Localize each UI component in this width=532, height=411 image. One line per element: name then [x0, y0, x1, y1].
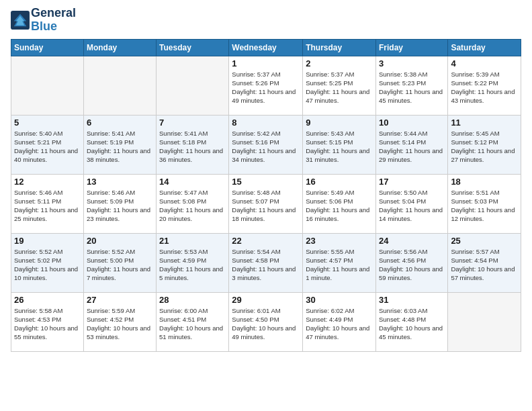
day-header-saturday: Saturday — [448, 39, 521, 56]
calendar-day-cell: 11Sunrise: 5:45 AM Sunset: 5:12 PM Dayli… — [448, 115, 521, 174]
day-info: Sunrise: 5:52 AM Sunset: 5:00 PM Dayligh… — [87, 247, 153, 283]
day-info: Sunrise: 6:02 AM Sunset: 4:49 PM Dayligh… — [306, 306, 373, 342]
day-number: 30 — [306, 295, 373, 305]
day-number: 12 — [14, 177, 81, 187]
day-header-monday: Monday — [83, 39, 156, 56]
calendar-day-cell: 31Sunrise: 6:03 AM Sunset: 4:48 PM Dayli… — [375, 292, 447, 351]
day-header-wednesday: Wednesday — [229, 39, 303, 56]
day-info: Sunrise: 5:53 AM Sunset: 4:59 PM Dayligh… — [159, 247, 226, 283]
day-info: Sunrise: 5:52 AM Sunset: 5:02 PM Dayligh… — [14, 247, 81, 283]
calendar-day-cell: 28Sunrise: 6:00 AM Sunset: 4:51 PM Dayli… — [157, 292, 229, 351]
day-number: 19 — [14, 236, 81, 246]
day-number: 1 — [232, 58, 300, 68]
day-number: 16 — [306, 177, 373, 187]
day-number: 14 — [159, 177, 226, 187]
day-info: Sunrise: 5:46 AM Sunset: 5:11 PM Dayligh… — [14, 188, 81, 224]
day-number: 28 — [159, 295, 226, 305]
calendar-day-cell: 27Sunrise: 5:59 AM Sunset: 4:52 PM Dayli… — [83, 292, 156, 351]
calendar-day-cell: 26Sunrise: 5:58 AM Sunset: 4:53 PM Dayli… — [11, 292, 84, 351]
calendar-day-cell: 23Sunrise: 5:55 AM Sunset: 4:57 PM Dayli… — [303, 233, 376, 292]
day-number: 15 — [232, 177, 300, 187]
calendar-day-cell — [83, 56, 156, 115]
day-info: Sunrise: 5:56 AM Sunset: 4:56 PM Dayligh… — [379, 247, 445, 283]
calendar-day-cell: 1Sunrise: 5:37 AM Sunset: 5:26 PM Daylig… — [229, 56, 303, 115]
day-header-friday: Friday — [375, 39, 447, 56]
day-number: 23 — [306, 236, 373, 246]
calendar-day-cell: 30Sunrise: 6:02 AM Sunset: 4:49 PM Dayli… — [303, 292, 376, 351]
day-number: 22 — [232, 236, 300, 246]
calendar-day-cell: 17Sunrise: 5:50 AM Sunset: 5:04 PM Dayli… — [375, 174, 447, 233]
day-info: Sunrise: 5:51 AM Sunset: 5:03 PM Dayligh… — [451, 188, 518, 224]
calendar-day-cell — [448, 292, 521, 351]
calendar-day-cell: 29Sunrise: 6:01 AM Sunset: 4:50 PM Dayli… — [229, 292, 303, 351]
calendar-day-cell: 21Sunrise: 5:53 AM Sunset: 4:59 PM Dayli… — [157, 233, 229, 292]
day-info: Sunrise: 6:03 AM Sunset: 4:48 PM Dayligh… — [379, 306, 445, 342]
calendar-day-cell: 20Sunrise: 5:52 AM Sunset: 5:00 PM Dayli… — [83, 233, 156, 292]
day-header-thursday: Thursday — [303, 39, 376, 56]
calendar-day-cell: 16Sunrise: 5:49 AM Sunset: 5:06 PM Dayli… — [303, 174, 376, 233]
day-info: Sunrise: 5:54 AM Sunset: 4:58 PM Dayligh… — [232, 247, 300, 283]
calendar-week-row: 5Sunrise: 5:40 AM Sunset: 5:21 PM Daylig… — [11, 115, 521, 174]
calendar-day-cell: 14Sunrise: 5:47 AM Sunset: 5:08 PM Dayli… — [157, 174, 229, 233]
day-info: Sunrise: 5:42 AM Sunset: 5:16 PM Dayligh… — [232, 129, 300, 165]
day-info: Sunrise: 5:43 AM Sunset: 5:15 PM Dayligh… — [306, 129, 373, 165]
calendar-day-cell: 13Sunrise: 5:46 AM Sunset: 5:09 PM Dayli… — [83, 174, 156, 233]
logo-icon — [11, 11, 30, 30]
day-info: Sunrise: 5:37 AM Sunset: 5:26 PM Dayligh… — [232, 70, 300, 105]
calendar-day-cell: 15Sunrise: 5:48 AM Sunset: 5:07 PM Dayli… — [229, 174, 303, 233]
day-number: 7 — [159, 118, 226, 128]
day-info: Sunrise: 5:48 AM Sunset: 5:07 PM Dayligh… — [232, 188, 300, 224]
calendar-day-cell: 24Sunrise: 5:56 AM Sunset: 4:56 PM Dayli… — [375, 233, 447, 292]
day-number: 6 — [87, 118, 153, 128]
day-number: 17 — [379, 177, 445, 187]
day-info: Sunrise: 5:49 AM Sunset: 5:06 PM Dayligh… — [306, 188, 373, 224]
day-number: 25 — [451, 236, 518, 246]
day-header-tuesday: Tuesday — [157, 39, 229, 56]
day-number: 11 — [451, 118, 518, 128]
day-number: 27 — [87, 295, 153, 305]
day-info: Sunrise: 5:47 AM Sunset: 5:08 PM Dayligh… — [159, 188, 226, 224]
day-info: Sunrise: 5:38 AM Sunset: 5:23 PM Dayligh… — [379, 70, 445, 105]
day-number: 10 — [379, 118, 445, 128]
calendar-header-row: SundayMondayTuesdayWednesdayThursdayFrid… — [11, 39, 521, 56]
day-number: 20 — [87, 236, 153, 246]
calendar-day-cell: 22Sunrise: 5:54 AM Sunset: 4:58 PM Dayli… — [229, 233, 303, 292]
day-info: Sunrise: 5:55 AM Sunset: 4:57 PM Dayligh… — [306, 247, 373, 283]
day-number: 13 — [87, 177, 153, 187]
calendar-day-cell — [11, 56, 84, 115]
calendar-day-cell: 7Sunrise: 5:41 AM Sunset: 5:18 PM Daylig… — [157, 115, 229, 174]
calendar-week-row: 12Sunrise: 5:46 AM Sunset: 5:11 PM Dayli… — [11, 174, 521, 233]
day-number: 2 — [306, 58, 373, 68]
day-number: 8 — [232, 118, 300, 128]
calendar-week-row: 26Sunrise: 5:58 AM Sunset: 4:53 PM Dayli… — [11, 292, 521, 351]
day-number: 21 — [159, 236, 226, 246]
day-info: Sunrise: 5:44 AM Sunset: 5:14 PM Dayligh… — [379, 129, 445, 165]
day-info: Sunrise: 6:00 AM Sunset: 4:51 PM Dayligh… — [159, 306, 226, 342]
calendar-day-cell: 10Sunrise: 5:44 AM Sunset: 5:14 PM Dayli… — [375, 115, 447, 174]
calendar-day-cell — [157, 56, 229, 115]
calendar-day-cell: 5Sunrise: 5:40 AM Sunset: 5:21 PM Daylig… — [11, 115, 84, 174]
calendar-day-cell: 12Sunrise: 5:46 AM Sunset: 5:11 PM Dayli… — [11, 174, 84, 233]
day-info: Sunrise: 5:50 AM Sunset: 5:04 PM Dayligh… — [379, 188, 445, 224]
day-header-sunday: Sunday — [11, 39, 84, 56]
logo-text: General Blue — [31, 7, 76, 34]
day-info: Sunrise: 5:57 AM Sunset: 4:54 PM Dayligh… — [451, 247, 518, 283]
day-number: 5 — [14, 118, 81, 128]
calendar-day-cell: 3Sunrise: 5:38 AM Sunset: 5:23 PM Daylig… — [375, 56, 447, 115]
calendar-day-cell: 8Sunrise: 5:42 AM Sunset: 5:16 PM Daylig… — [229, 115, 303, 174]
day-number: 24 — [379, 236, 445, 246]
calendar-day-cell: 6Sunrise: 5:41 AM Sunset: 5:19 PM Daylig… — [83, 115, 156, 174]
calendar-day-cell: 2Sunrise: 5:37 AM Sunset: 5:25 PM Daylig… — [303, 56, 376, 115]
calendar-day-cell: 9Sunrise: 5:43 AM Sunset: 5:15 PM Daylig… — [303, 115, 376, 174]
calendar-week-row: 1Sunrise: 5:37 AM Sunset: 5:26 PM Daylig… — [11, 56, 521, 115]
day-number: 4 — [451, 58, 518, 68]
day-info: Sunrise: 5:37 AM Sunset: 5:25 PM Dayligh… — [306, 70, 373, 105]
day-info: Sunrise: 6:01 AM Sunset: 4:50 PM Dayligh… — [232, 306, 300, 342]
calendar-week-row: 19Sunrise: 5:52 AM Sunset: 5:02 PM Dayli… — [11, 233, 521, 292]
day-info: Sunrise: 5:41 AM Sunset: 5:19 PM Dayligh… — [87, 129, 153, 165]
day-info: Sunrise: 5:58 AM Sunset: 4:53 PM Dayligh… — [14, 306, 81, 342]
day-number: 31 — [379, 295, 445, 305]
day-info: Sunrise: 5:40 AM Sunset: 5:21 PM Dayligh… — [14, 129, 81, 165]
calendar-table: SundayMondayTuesdayWednesdayThursdayFrid… — [11, 39, 521, 352]
day-info: Sunrise: 5:46 AM Sunset: 5:09 PM Dayligh… — [87, 188, 153, 224]
